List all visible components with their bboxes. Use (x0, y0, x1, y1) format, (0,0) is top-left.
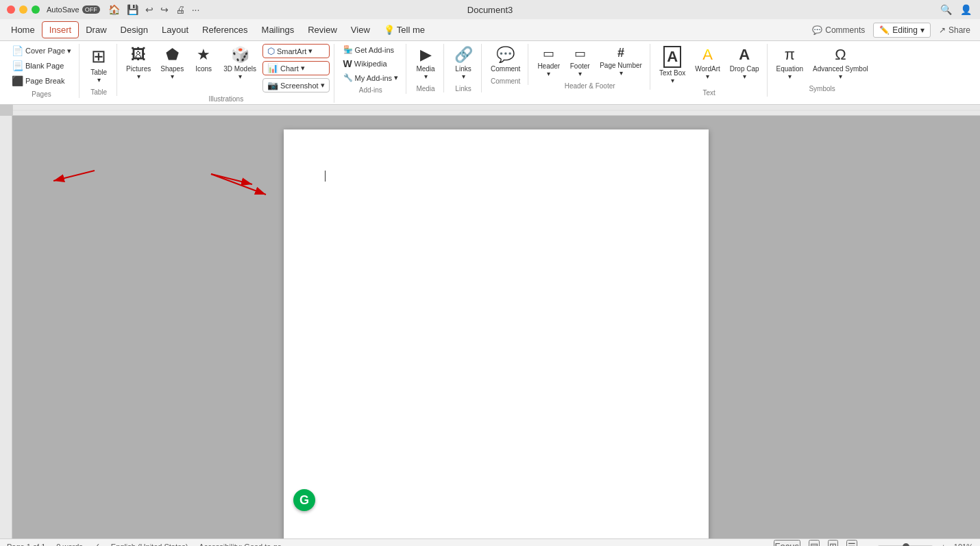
menu-tell-me[interactable]: 💡 Tell me (377, 22, 432, 38)
account-button[interactable]: 👤 (959, 3, 973, 16)
links-button[interactable]: 🔗 Links ▾ (450, 44, 477, 82)
zoom-increase[interactable]: + (941, 543, 945, 547)
zoom-slider-thumb[interactable] (903, 543, 909, 547)
ruler-svg (13, 105, 980, 116)
smartart-icon: ⬡ (267, 46, 275, 56)
chart-button[interactable]: 📊 Chart ▾ (262, 61, 330, 75)
comment-insert-button[interactable]: 💬 Comment (487, 44, 524, 75)
illustrations-label: Illustrations (209, 95, 244, 103)
my-addins-button[interactable]: 🔧 My Add-ins ▾ (340, 72, 402, 84)
title-bar: AutoSave OFF 🏠 💾 ↩ ↪ 🖨 ··· Document3 🔍 👤 (0, 0, 980, 19)
media-label: Media (416, 85, 434, 92)
links-label: Links (455, 85, 471, 92)
web-layout-button[interactable]: ⊞ (828, 540, 838, 546)
quick-access-toolbar: 🏠 💾 ↩ ↪ 🖨 ··· (107, 3, 201, 16)
autosave-off-label: OFF (85, 6, 97, 13)
text-box-icon: A (663, 46, 681, 68)
wordart-button[interactable]: A WordArt ▾ (691, 44, 724, 82)
drop-cap-dropdown: ▾ (743, 73, 746, 80)
zoom-decrease[interactable]: − (866, 543, 870, 547)
footer-icon: ▭ (574, 46, 586, 61)
print-button[interactable]: 🖨 (174, 3, 186, 16)
3d-models-icon: 🎲 (231, 46, 249, 64)
page-number-button[interactable]: # Page Number ▾ (596, 44, 646, 79)
wordart-icon: A (702, 46, 713, 64)
document-content[interactable] (325, 171, 667, 182)
save-button[interactable]: 💾 (125, 3, 140, 16)
document-scroll-area[interactable]: G (12, 116, 980, 538)
wikipedia-button[interactable]: W Wikipedia (340, 57, 402, 71)
zoom-level: 101% (954, 543, 973, 547)
minimize-window-button[interactable] (19, 5, 27, 14)
menu-layout[interactable]: Layout (155, 22, 195, 38)
footer-dropdown: ▾ (578, 70, 582, 77)
redo-button[interactable]: ↪ (159, 3, 170, 16)
share-button[interactable]: ↗ Share (933, 23, 976, 37)
print-layout-button[interactable]: ▤ (809, 540, 820, 546)
text-box-button[interactable]: A Text Box ▾ (656, 44, 689, 86)
menu-insert[interactable]: Insert (42, 21, 79, 38)
blank-page-button[interactable]: 📃 Blank Page (8, 59, 75, 73)
menu-right: 💬 Comments ✏️ Editing ▾ ↗ Share (807, 23, 976, 38)
dropdown-arrow: ▾ (67, 47, 71, 55)
get-addins-button[interactable]: 🏪 Get Add-ins (340, 44, 402, 55)
3d-dropdown: ▾ (238, 73, 242, 80)
accessibility-info: Accessibility: Good to go (199, 543, 281, 547)
page-break-button[interactable]: ⬛ Page Break (8, 74, 75, 88)
header-button[interactable]: ▭ Header ▾ (534, 44, 563, 79)
more-button[interactable]: ··· (191, 3, 201, 16)
page-number-icon: # (617, 46, 624, 60)
editing-button[interactable]: ✏️ Editing ▾ (873, 23, 931, 38)
links-dropdown: ▾ (462, 73, 465, 80)
footer-button[interactable]: ▭ Footer ▾ (566, 44, 593, 79)
close-window-button[interactable] (7, 5, 15, 14)
menu-view[interactable]: View (344, 22, 377, 38)
word-count: 0 words (56, 543, 83, 547)
addins-content: 🏪 Get Add-ins W Wikipedia 🔧 My Add-ins ▾ (340, 44, 402, 84)
comment-icon: 💬 (812, 25, 822, 35)
table-icon: ⊞ (91, 46, 106, 67)
equation-icon: π (785, 46, 795, 64)
menu-home[interactable]: Home (4, 22, 42, 38)
media-button[interactable]: ▶ Media ▾ (412, 44, 439, 82)
autosave-area: AutoSave OFF (47, 5, 100, 14)
search-button[interactable]: 🔍 (939, 3, 953, 16)
home-button[interactable]: 🏠 (107, 3, 121, 16)
icons-icon: ★ (197, 46, 210, 64)
menu-review[interactable]: Review (301, 22, 344, 38)
menu-draw[interactable]: Draw (79, 22, 113, 38)
document-title: Document3 (467, 5, 513, 15)
advanced-symbol-button[interactable]: Ω Advanced Symbol ▾ (809, 44, 872, 82)
maximize-window-button[interactable] (32, 5, 40, 14)
menu-design[interactable]: Design (114, 22, 155, 38)
page-number-dropdown: ▾ (620, 69, 623, 77)
grammarly-button[interactable]: G (293, 489, 315, 511)
icons-button[interactable]: ★ Icons (190, 44, 217, 75)
table-label: Table (90, 88, 107, 96)
pictures-button[interactable]: 🖼 Pictures ▾ (123, 44, 154, 82)
document-page[interactable] (284, 129, 709, 538)
header-icon: ▭ (543, 46, 554, 61)
menu-mailings[interactable]: Mailings (255, 22, 302, 38)
equation-button[interactable]: π Equation ▾ (773, 44, 807, 82)
screenshot-button[interactable]: 📷 Screenshot ▾ (262, 78, 330, 92)
document-area: G (0, 116, 980, 538)
table-button[interactable]: ⊞ Table ▾ (85, 44, 112, 86)
blank-page-icon: 📃 (12, 60, 23, 71)
spell-check-icon: ✓ (94, 542, 100, 546)
wordart-dropdown: ▾ (706, 73, 709, 80)
shapes-button[interactable]: ⬟ Shapes ▾ (157, 44, 187, 82)
smartart-button[interactable]: ⬡ SmartArt ▾ (262, 44, 330, 58)
status-bar: Page 1 of 1 0 words ✓ English (United St… (0, 538, 980, 546)
menu-references[interactable]: References (195, 22, 254, 38)
focus-button[interactable]: Focus (774, 540, 800, 546)
autosave-toggle[interactable]: OFF (82, 5, 100, 14)
symbols-label: Symbols (809, 85, 835, 92)
outline-button[interactable]: ☰ (846, 540, 857, 546)
comments-button[interactable]: 💬 Comments (807, 23, 870, 37)
header-dropdown: ▾ (547, 70, 550, 77)
cover-page-button[interactable]: 📄 Cover Page ▾ (8, 44, 75, 58)
undo-button[interactable]: ↩ (144, 3, 155, 16)
3d-models-button[interactable]: 🎲 3D Models ▾ (220, 44, 260, 82)
drop-cap-button[interactable]: A Drop Cap ▾ (726, 44, 763, 82)
